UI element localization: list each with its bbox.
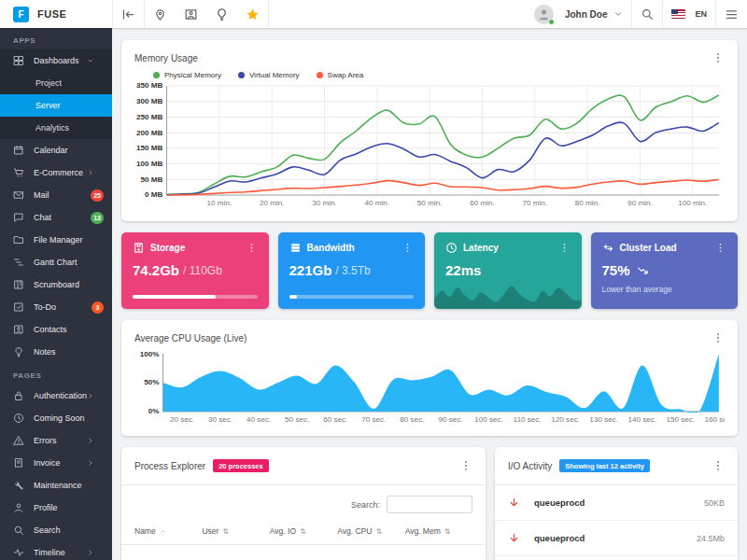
sidebar-item-timeline[interactable]: Timeline bbox=[0, 541, 112, 560]
logo-icon: F bbox=[13, 7, 29, 22]
sidebar-item-label: Timeline bbox=[34, 548, 65, 557]
user-menu[interactable]: John Doe bbox=[526, 0, 632, 28]
sidebar-item-profile[interactable]: Profile bbox=[0, 497, 112, 519]
build-icon bbox=[13, 480, 24, 491]
legend-item-physical: Physical Memory bbox=[153, 71, 221, 79]
svg-text:300 MB: 300 MB bbox=[136, 97, 163, 105]
chevron-down-icon bbox=[87, 57, 94, 64]
star-icon bbox=[246, 7, 260, 21]
sidebar-item-server[interactable]: Server bbox=[0, 94, 112, 117]
memory-usage-menu-icon[interactable] bbox=[712, 51, 725, 64]
app-window: F FUSE John Doe EN APPSDashboardsProject… bbox=[0, 0, 747, 560]
cpu-usage-menu-icon[interactable] bbox=[712, 331, 725, 344]
svg-text:70 sec.: 70 sec. bbox=[361, 415, 386, 424]
storage-menu-icon[interactable] bbox=[246, 242, 258, 254]
process-explorer-title: Process Explorer bbox=[134, 461, 205, 471]
svg-text:100 sec.: 100 sec. bbox=[474, 415, 503, 424]
latency_spark-svg bbox=[434, 277, 582, 309]
user-name: John Doe bbox=[565, 9, 608, 20]
logo[interactable]: F FUSE bbox=[0, 0, 112, 28]
sidebar-item-analytics[interactable]: Analytics bbox=[0, 117, 112, 139]
svg-text:150 MB: 150 MB bbox=[136, 144, 163, 152]
sidebar-item-scrumboard[interactable]: Scrumboard bbox=[0, 273, 112, 296]
sort-asc-icon bbox=[160, 528, 166, 535]
sidebar-item-gantt-chart[interactable]: Gantt Chart bbox=[0, 251, 112, 273]
memory-legend: Physical Memory Virtual Memory Swap Area bbox=[153, 71, 725, 79]
cpu-usage-card: Average CPU Usage (Live) 20 sec.30 sec.4… bbox=[121, 320, 738, 436]
process-search-label: Search: bbox=[351, 500, 380, 510]
svg-text:120 sec.: 120 sec. bbox=[551, 415, 580, 424]
sidebar-item-calendar[interactable]: Calendar bbox=[0, 139, 112, 161]
clock-icon bbox=[13, 413, 24, 424]
sidebar-item-coming-soon[interactable]: Coming Soon bbox=[0, 407, 112, 429]
column-header-avg-mem[interactable]: Avg. Mem⇅ bbox=[405, 526, 472, 536]
sidebar-group: DashboardsProjectServerAnalytics bbox=[0, 49, 112, 139]
sidebar-collapse-button[interactable] bbox=[113, 0, 144, 28]
process-search-input[interactable] bbox=[387, 496, 472, 513]
sidebar-item-search[interactable]: Search bbox=[0, 519, 112, 541]
io-activity-rows: queueprocd50KBqueueprocd24.5Mb bbox=[495, 485, 738, 556]
io-activity-row[interactable]: queueprocd50KB bbox=[495, 485, 738, 521]
svg-text:100%: 100% bbox=[140, 350, 160, 357]
bottom-row: Process Explorer 20 processes Search: Na… bbox=[121, 447, 738, 560]
sidebar-item-invoice[interactable]: Invoice bbox=[0, 452, 112, 474]
svg-text:250 MB: 250 MB bbox=[136, 113, 163, 121]
gantt-icon bbox=[13, 257, 24, 268]
language-selector[interactable]: EN bbox=[663, 0, 715, 28]
count-badge: 13 bbox=[91, 212, 104, 224]
bandwidth-menu-icon[interactable] bbox=[402, 242, 414, 254]
process-count-badge: 20 processes bbox=[213, 459, 269, 472]
shortcut-location-button[interactable] bbox=[145, 0, 176, 28]
column-header-avg-io[interactable]: Avg. IO⇅ bbox=[270, 526, 337, 536]
sidebar-item-dashboards[interactable]: Dashboards bbox=[0, 49, 112, 72]
sidebar-item-label: E-Commerce bbox=[34, 168, 83, 177]
cpu-usage-title: Average CPU Usage (Live) bbox=[134, 333, 247, 343]
collapse-icon bbox=[121, 7, 135, 21]
sidebar-item-e-commerce[interactable]: E-Commerce bbox=[0, 161, 112, 184]
cluster-load-title: Cluster Load bbox=[620, 243, 677, 253]
stat-cards-row: Storage 74.2Gb/ 110Gb Bandwidth 221Gb/ 3… bbox=[121, 232, 738, 309]
sidebar-item-to-do[interactable]: To-Do3 bbox=[0, 296, 112, 318]
quick-panel-button[interactable] bbox=[716, 0, 747, 28]
bandwidth-total-value: / 3.5Tb bbox=[335, 264, 370, 277]
column-header-user[interactable]: User⇅ bbox=[202, 526, 269, 536]
shortcut-notes-button[interactable] bbox=[206, 0, 237, 28]
latency-menu-icon[interactable] bbox=[558, 242, 571, 254]
io-process-name: queueprocd bbox=[534, 497, 585, 508]
io-activity-menu-icon[interactable] bbox=[712, 459, 725, 472]
column-label: Avg. CPU bbox=[337, 526, 372, 536]
shortcut-favorites-button[interactable] bbox=[237, 0, 268, 28]
memory-usage-chart: 10 min.20 min.30 min.40 min.50 min.60 mi… bbox=[134, 81, 725, 210]
search-button[interactable] bbox=[632, 0, 662, 28]
sidebar-item-mail[interactable]: Mail25 bbox=[0, 184, 112, 206]
sidebar-item-label: Chat bbox=[34, 213, 51, 222]
svg-text:30 min.: 30 min. bbox=[312, 199, 337, 207]
cluster-menu-icon[interactable] bbox=[714, 242, 726, 254]
divider bbox=[268, 0, 269, 28]
svg-text:70 min.: 70 min. bbox=[522, 199, 547, 207]
sidebar-item-file-manager[interactable]: File Manager bbox=[0, 229, 112, 251]
sidebar-item-notes[interactable]: Notes bbox=[0, 341, 112, 363]
shortcut-contacts-button[interactable] bbox=[176, 0, 206, 28]
sidebar-item-contacts[interactable]: Contacts bbox=[0, 318, 112, 341]
svg-text:0%: 0% bbox=[148, 408, 160, 416]
column-header-avg-cpu[interactable]: Avg. CPU⇅ bbox=[337, 526, 404, 536]
search-icon bbox=[13, 525, 24, 536]
column-header-name[interactable]: Name bbox=[134, 526, 202, 536]
column-label: Avg. IO bbox=[270, 526, 296, 536]
mail-icon bbox=[13, 189, 24, 201]
sidebar-item-authentication[interactable]: Authentication bbox=[0, 385, 112, 407]
download-arrow-icon bbox=[508, 497, 520, 509]
sidebar-item-project[interactable]: Project bbox=[0, 72, 112, 94]
cluster-load-value: 75% bbox=[602, 262, 630, 278]
io-activity-row[interactable]: queueprocd24.5Mb bbox=[495, 521, 738, 556]
sidebar-item-label: Scrumboard bbox=[34, 280, 79, 289]
sidebar-item-maintenance[interactable]: Maintenance bbox=[0, 474, 112, 497]
process-explorer-menu-icon[interactable] bbox=[459, 459, 472, 472]
sidebar-item-chat[interactable]: Chat13 bbox=[0, 206, 112, 229]
column-label: Name bbox=[134, 526, 156, 536]
svg-text:50%: 50% bbox=[144, 379, 159, 387]
svg-text:50 MB: 50 MB bbox=[141, 175, 163, 184]
chevron-right-icon bbox=[87, 169, 94, 176]
sidebar-item-errors[interactable]: Errors bbox=[0, 429, 112, 452]
